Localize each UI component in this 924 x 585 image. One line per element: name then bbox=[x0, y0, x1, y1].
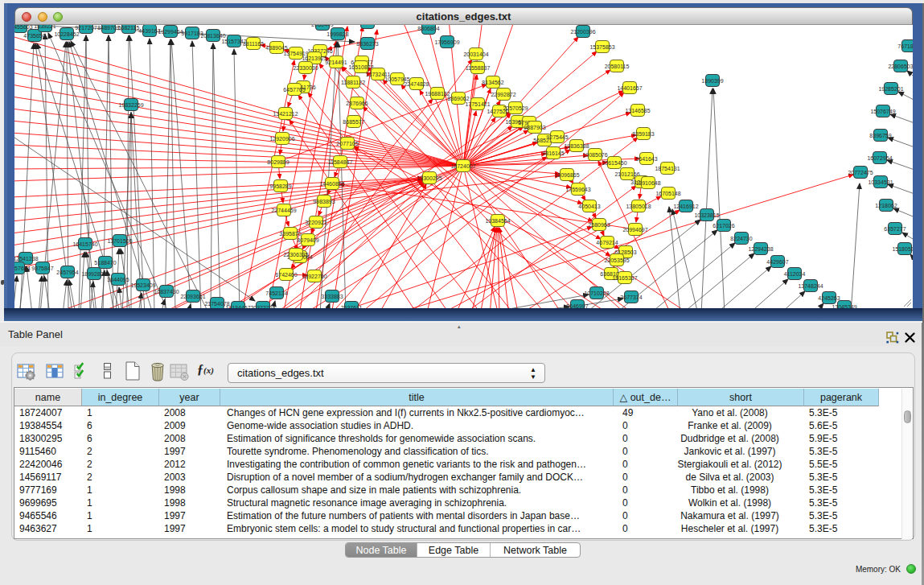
svg-text:7671884: 7671884 bbox=[897, 43, 913, 49]
svg-text:9983893: 9983893 bbox=[313, 199, 335, 204]
svg-text:18992829: 18992829 bbox=[81, 271, 106, 277]
svg-text:8489709: 8489709 bbox=[97, 25, 119, 31]
svg-text:6742460: 6742460 bbox=[275, 272, 297, 278]
svg-text:10334531: 10334531 bbox=[868, 179, 893, 185]
svg-text:10837430: 10837430 bbox=[154, 289, 179, 295]
svg-text:8134562: 8134562 bbox=[482, 80, 503, 85]
svg-text:4389045: 4389045 bbox=[265, 45, 287, 51]
svg-text:20813640: 20813640 bbox=[200, 33, 225, 39]
svg-text:3333883: 3333883 bbox=[321, 294, 343, 299]
svg-text:8079409: 8079409 bbox=[297, 237, 318, 243]
svg-text:13421212: 13421212 bbox=[273, 111, 298, 117]
svg-text:14401657: 14401657 bbox=[617, 85, 642, 91]
svg-text:13134457: 13134457 bbox=[225, 305, 250, 309]
svg-text:22053595: 22053595 bbox=[604, 257, 629, 263]
svg-text:10228452: 10228452 bbox=[54, 31, 79, 37]
svg-text:22474828: 22474828 bbox=[404, 81, 429, 87]
svg-text:1890399: 1890399 bbox=[701, 78, 723, 84]
svg-text:10323815: 10323815 bbox=[694, 212, 719, 218]
svg-text:5641643: 5641643 bbox=[635, 156, 657, 162]
svg-text:20031404: 20031404 bbox=[463, 51, 488, 57]
svg-text:19085076: 19085076 bbox=[582, 152, 607, 158]
svg-text:8029889: 8029889 bbox=[267, 159, 289, 165]
svg-text:19688132: 19688132 bbox=[425, 91, 450, 97]
svg-text:22570529: 22570529 bbox=[503, 105, 528, 111]
svg-text:20994697: 20994697 bbox=[622, 227, 647, 233]
svg-text:4429607: 4429607 bbox=[766, 259, 788, 265]
svg-text:4112034: 4112034 bbox=[784, 271, 806, 277]
svg-text:19285201: 19285201 bbox=[878, 86, 903, 92]
svg-text:2580963: 2580963 bbox=[588, 222, 610, 228]
svg-text:20615450: 20615450 bbox=[602, 160, 626, 166]
svg-text:19832259: 19832259 bbox=[118, 102, 143, 108]
svg-text:20580115: 20580115 bbox=[605, 64, 630, 69]
svg-text:14460856: 14460856 bbox=[319, 181, 344, 187]
svg-text:11584847: 11584847 bbox=[328, 159, 353, 165]
svg-text:2066449: 2066449 bbox=[311, 25, 333, 27]
svg-text:13910648: 13910648 bbox=[635, 180, 660, 186]
svg-text:8811165: 8811165 bbox=[243, 41, 264, 47]
svg-text:15375853: 15375853 bbox=[589, 44, 614, 50]
svg-text:12541238: 12541238 bbox=[14, 256, 39, 262]
svg-text:9816145: 9816145 bbox=[542, 150, 564, 156]
svg-text:3395870: 3395870 bbox=[279, 231, 301, 237]
svg-text:8336273: 8336273 bbox=[356, 41, 378, 47]
svg-text:21200396: 21200396 bbox=[570, 29, 595, 35]
svg-text:22093651: 22093651 bbox=[180, 294, 205, 299]
svg-text:8359183: 8359183 bbox=[632, 131, 654, 137]
svg-text:2077105: 2077105 bbox=[336, 141, 358, 146]
svg-text:9887903: 9887903 bbox=[524, 125, 545, 130]
svg-text:13805018: 13805018 bbox=[626, 204, 651, 209]
svg-text:8646997: 8646997 bbox=[566, 303, 588, 309]
svg-text:13045349: 13045349 bbox=[832, 304, 856, 309]
svg-text:7452134: 7452134 bbox=[265, 290, 287, 296]
svg-text:6217026: 6217026 bbox=[713, 223, 734, 229]
svg-text:4050413: 4050413 bbox=[578, 204, 600, 209]
svg-text:20772475: 20772475 bbox=[848, 170, 873, 175]
svg-text:3677374: 3677374 bbox=[620, 295, 642, 300]
svg-text:21257684: 21257684 bbox=[14, 266, 31, 271]
svg-text:19384554: 19384554 bbox=[485, 218, 510, 224]
svg-text:6357277: 6357277 bbox=[884, 226, 906, 232]
svg-text:11558837: 11558837 bbox=[466, 65, 491, 71]
svg-text:20372723: 20372723 bbox=[250, 305, 275, 309]
svg-text:18922760: 18922760 bbox=[302, 274, 326, 279]
svg-text:4143890: 4143890 bbox=[356, 25, 378, 26]
svg-text:10710248: 10710248 bbox=[584, 290, 609, 296]
svg-text:22806503: 22806503 bbox=[888, 64, 913, 69]
svg-text:9217207: 9217207 bbox=[75, 25, 97, 31]
svg-text:18754131: 18754131 bbox=[655, 166, 680, 171]
svg-text:17751421: 17751421 bbox=[465, 101, 490, 107]
svg-text:5188470: 5188470 bbox=[94, 260, 116, 266]
svg-text:18096865: 18096865 bbox=[554, 172, 579, 178]
svg-text:13146585: 13146585 bbox=[625, 108, 650, 113]
svg-text:22330030: 22330030 bbox=[293, 65, 318, 71]
svg-text:17559643: 17559643 bbox=[565, 187, 590, 192]
svg-text:8685577: 8685577 bbox=[343, 119, 364, 125]
svg-text:22306335: 22306335 bbox=[283, 252, 308, 257]
svg-text:16510878: 16510878 bbox=[348, 64, 373, 70]
svg-text:4735650: 4735650 bbox=[23, 33, 45, 39]
svg-text:19523409: 19523409 bbox=[130, 282, 155, 288]
svg-text:8806804: 8806804 bbox=[417, 26, 439, 31]
svg-text:16072954: 16072954 bbox=[867, 155, 892, 161]
svg-text:9275445: 9275445 bbox=[546, 134, 568, 140]
svg-text:19299464: 19299464 bbox=[158, 29, 183, 35]
svg-text:22992872: 22992872 bbox=[491, 92, 515, 97]
svg-text:3220921: 3220921 bbox=[305, 220, 326, 225]
svg-text:2537611: 2537611 bbox=[341, 305, 363, 309]
svg-text:12416912: 12416912 bbox=[673, 204, 698, 209]
svg-text:8369062: 8369062 bbox=[447, 96, 469, 101]
svg-text:11881122: 11881122 bbox=[341, 80, 365, 85]
svg-text:13748244: 13748244 bbox=[798, 283, 823, 289]
svg-text:9958289: 9958289 bbox=[269, 183, 291, 189]
svg-text:5682115: 5682115 bbox=[118, 25, 140, 31]
svg-text:22455603: 22455603 bbox=[14, 25, 33, 30]
svg-text:15165337: 15165337 bbox=[612, 275, 637, 281]
svg-text:4245263: 4245263 bbox=[818, 295, 840, 301]
svg-text:2876966: 2876966 bbox=[346, 101, 368, 106]
svg-text:9875847: 9875847 bbox=[31, 266, 53, 271]
svg-text:1218062: 1218062 bbox=[875, 203, 897, 208]
svg-text:18724007: 18724007 bbox=[450, 163, 475, 169]
svg-text:16213925: 16213925 bbox=[302, 56, 326, 61]
